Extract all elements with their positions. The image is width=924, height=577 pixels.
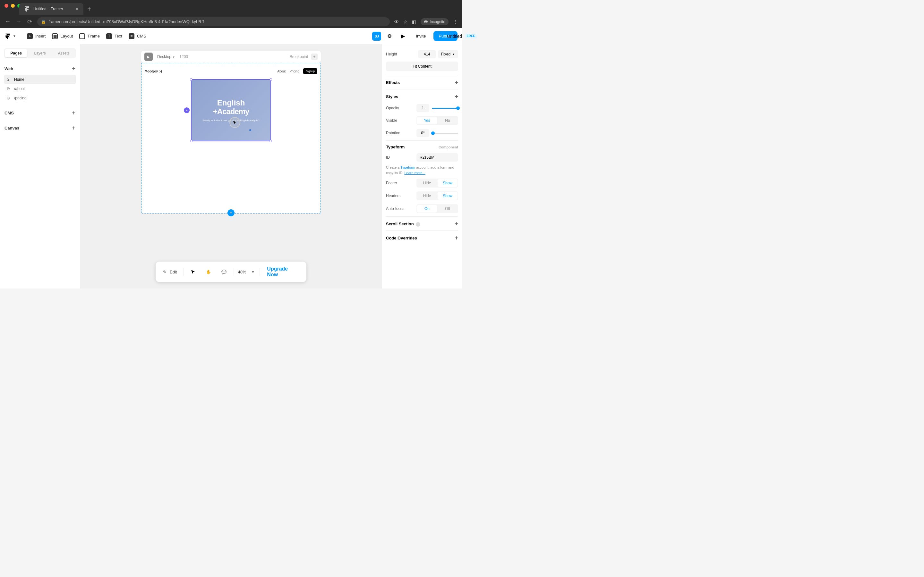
bottom-toolbar: ✎Edit ✋ 💬 48% ▼ Upgrade Now bbox=[156, 261, 306, 282]
canvas[interactable]: ▶ Desktop ▼ 1200 Breakpoint + Moodjoy :-… bbox=[80, 44, 382, 288]
footer-label: Footer bbox=[386, 181, 397, 185]
nav-about: About bbox=[277, 69, 286, 73]
viewport-play-button[interactable]: ▶ bbox=[144, 53, 153, 61]
play-button[interactable]: ▶ bbox=[398, 31, 408, 41]
layout-icon: ▦ bbox=[52, 33, 58, 39]
dot-indicator bbox=[249, 129, 251, 131]
address-bar[interactable]: 🔒 framer.com/projects/Untitled--mZ98oDWa… bbox=[37, 17, 390, 26]
device-selector[interactable]: Desktop ▼ bbox=[157, 55, 175, 59]
learn-more-link[interactable]: Learn more... bbox=[404, 171, 425, 175]
select-tool[interactable] bbox=[186, 266, 200, 277]
tab-pages[interactable]: Pages bbox=[5, 49, 27, 57]
back-button[interactable]: ← bbox=[5, 18, 11, 25]
framer-menu-button[interactable]: ▼ bbox=[5, 33, 16, 39]
add-canvas-button[interactable]: + bbox=[72, 125, 75, 131]
browser-tab[interactable]: Untitled – Framer ✕ bbox=[19, 3, 83, 15]
add-effect-button[interactable]: + bbox=[455, 79, 458, 86]
fit-content-button[interactable]: Fit Content bbox=[386, 61, 458, 71]
page-frame[interactable]: Moodjoy :-) About Pricing Signup ≡ Engli… bbox=[141, 63, 321, 213]
close-tab-icon[interactable]: ✕ bbox=[75, 6, 79, 11]
hand-icon: ✋ bbox=[205, 269, 212, 275]
height-input[interactable]: 414 bbox=[418, 50, 436, 58]
add-scroll-button[interactable]: + bbox=[455, 221, 458, 227]
invite-button[interactable]: Invite bbox=[411, 32, 430, 40]
visible-yes[interactable]: Yes bbox=[417, 117, 437, 124]
typeform-link[interactable]: Typeform bbox=[401, 165, 415, 169]
breakpoint-label: Breakpoint bbox=[290, 55, 308, 59]
user-avatar[interactable]: SJ bbox=[372, 32, 381, 41]
extensions-icon[interactable]: ◧ bbox=[412, 19, 416, 24]
resize-handle-tl[interactable] bbox=[190, 78, 192, 81]
autofocus-on[interactable]: On bbox=[417, 205, 437, 213]
zoom-level[interactable]: 48% bbox=[236, 269, 247, 274]
viewport-bar: ▶ Desktop ▼ 1200 Breakpoint + bbox=[141, 51, 321, 63]
hand-tool[interactable]: ✋ bbox=[202, 266, 216, 277]
page-pricing[interactable]: ⊕/pricing bbox=[4, 93, 76, 103]
id-input[interactable]: R2s5BM bbox=[417, 153, 458, 161]
rotation-slider[interactable] bbox=[432, 133, 458, 134]
web-section-header: Web + bbox=[4, 64, 76, 73]
add-override-button[interactable]: + bbox=[455, 235, 458, 242]
height-mode-select[interactable]: Fixed▼ bbox=[438, 50, 458, 58]
component-badge-icon[interactable]: ≡ bbox=[184, 107, 190, 113]
component-label: Component bbox=[439, 145, 458, 149]
info-icon[interactable]: i bbox=[416, 222, 420, 227]
footer-hide[interactable]: Hide bbox=[417, 179, 437, 187]
tab-assets[interactable]: Assets bbox=[53, 49, 75, 57]
text-button[interactable]: TText bbox=[103, 31, 126, 41]
settings-button[interactable]: ⚙ bbox=[384, 31, 395, 41]
reload-button[interactable]: ⟳ bbox=[26, 18, 33, 25]
layout-button[interactable]: ▦Layout bbox=[49, 31, 76, 41]
autofocus-off[interactable]: Off bbox=[438, 205, 457, 213]
more-icon[interactable]: ⋮ bbox=[453, 19, 457, 24]
chevron-down-icon[interactable]: ▼ bbox=[249, 270, 257, 274]
headers-label: Headers bbox=[386, 193, 401, 198]
add-cms-button[interactable]: + bbox=[72, 110, 75, 116]
nav-signup: Signup bbox=[303, 68, 317, 74]
cms-icon: ≡ bbox=[129, 33, 134, 39]
new-tab-button[interactable]: + bbox=[87, 5, 91, 13]
edit-tool[interactable]: ✎Edit bbox=[158, 266, 181, 277]
frame-button[interactable]: Frame bbox=[76, 31, 103, 41]
add-page-button[interactable]: + bbox=[72, 65, 75, 72]
close-window-icon[interactable] bbox=[5, 4, 8, 8]
opacity-slider[interactable] bbox=[432, 108, 458, 109]
visible-no[interactable]: No bbox=[438, 117, 457, 124]
add-breakpoint-button[interactable]: + bbox=[311, 53, 318, 60]
add-section-button[interactable]: + bbox=[228, 210, 234, 216]
headers-show[interactable]: Show bbox=[438, 192, 457, 200]
resize-handle-bl[interactable] bbox=[190, 140, 192, 142]
comment-tool[interactable]: 💬 bbox=[217, 266, 231, 277]
minimize-window-icon[interactable] bbox=[11, 4, 15, 8]
opacity-input[interactable]: 1 bbox=[417, 104, 429, 112]
incognito-badge[interactable]: 🕶 Incognito bbox=[421, 18, 449, 25]
plus-icon: + bbox=[27, 33, 33, 39]
chevron-down-icon: ▼ bbox=[452, 53, 455, 56]
cms-button[interactable]: ≡CMS bbox=[126, 31, 150, 41]
tab-layers[interactable]: Layers bbox=[29, 49, 51, 57]
page-about[interactable]: ⊕/about bbox=[4, 84, 76, 93]
page-home[interactable]: ⌂Home bbox=[4, 75, 76, 84]
typeform-subtitle: Ready to find out how good your English … bbox=[202, 119, 259, 122]
forward-button[interactable]: → bbox=[15, 18, 22, 25]
tab-title: Untitled – Framer bbox=[33, 7, 63, 11]
resize-handle-tr[interactable] bbox=[270, 78, 272, 81]
rotation-input[interactable]: 0° bbox=[417, 129, 429, 137]
typeform-embed[interactable]: ≡ English +Academy Ready to find out how… bbox=[191, 79, 271, 141]
typeform-title: English +Academy bbox=[213, 99, 249, 116]
bookmark-star-icon[interactable]: ☆ bbox=[403, 19, 407, 24]
headers-hide[interactable]: Hide bbox=[417, 192, 437, 200]
home-icon: ⌂ bbox=[6, 77, 11, 82]
text-icon: T bbox=[106, 33, 112, 39]
left-panel: Pages Layers Assets Web + ⌂Home ⊕/about … bbox=[0, 44, 80, 288]
resize-handle-br[interactable] bbox=[270, 140, 272, 142]
eye-off-icon[interactable]: 👁 bbox=[394, 19, 399, 24]
insert-button[interactable]: +Insert bbox=[24, 31, 49, 41]
footer-show[interactable]: Show bbox=[438, 179, 457, 187]
project-title[interactable]: Untitled FREE bbox=[447, 34, 462, 39]
upgrade-button[interactable]: Upgrade Now bbox=[262, 263, 304, 280]
autofocus-label: Auto-focus bbox=[386, 206, 404, 211]
frame-icon bbox=[79, 33, 85, 39]
viewport-width[interactable]: 1200 bbox=[179, 55, 188, 59]
add-style-button[interactable]: + bbox=[455, 93, 458, 100]
